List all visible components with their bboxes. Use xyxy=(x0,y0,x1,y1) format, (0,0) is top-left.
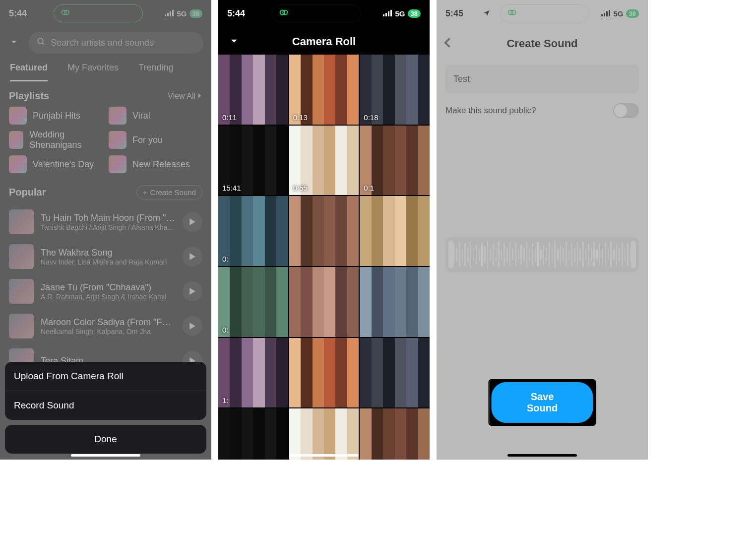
thumb-duration: 0:1 xyxy=(364,184,374,192)
camera-roll-thumb[interactable]: 0:18 xyxy=(360,55,430,125)
save-sound-button[interactable]: Save Sound xyxy=(492,382,593,423)
thumb-duration: 0:55 xyxy=(293,184,308,192)
thumb-duration: 0: xyxy=(222,255,229,263)
camera-roll-thumb[interactable]: 0:13 xyxy=(289,55,359,125)
thumb-duration: 0: xyxy=(222,326,229,334)
camera-roll-thumb[interactable]: 0: xyxy=(218,267,288,337)
camera-roll-thumb[interactable]: 0:11 xyxy=(218,55,288,125)
thumb-duration: 0:11 xyxy=(222,113,237,122)
upload-from-camera-roll[interactable]: Upload From Camera Roll xyxy=(5,362,206,391)
screen-sounds: 5:44 5G 38 Search artists and sounds xyxy=(0,0,211,460)
camera-roll-thumb[interactable] xyxy=(218,408,288,460)
screen-camera-roll: 5:44 5G 38 Camera Roll 0:110:130:1815:41… xyxy=(218,0,430,460)
status-bar: 5:44 5G 38 xyxy=(218,0,430,27)
status-time: 5:44 xyxy=(227,8,267,19)
done-button[interactable]: Done xyxy=(5,425,206,454)
save-highlight: Save Sound xyxy=(490,380,595,425)
camera-roll-header: Camera Roll xyxy=(218,27,430,55)
signal-icon xyxy=(383,9,393,18)
camera-roll-thumb[interactable] xyxy=(360,338,430,408)
svg-rect-11 xyxy=(385,13,387,16)
thumb-duration: 0:18 xyxy=(364,113,378,122)
camera-roll-thumb[interactable]: 0: xyxy=(218,196,288,266)
svg-rect-12 xyxy=(388,11,389,16)
thumb-duration: 0:13 xyxy=(293,113,308,122)
network-label: 5G xyxy=(395,9,405,18)
screen-create-sound: 5:45 5G 38 Create Sound Test xyxy=(437,0,648,460)
camera-roll-thumb[interactable] xyxy=(360,196,430,266)
camera-roll-thumb[interactable] xyxy=(289,408,359,460)
svg-rect-13 xyxy=(390,10,392,16)
record-sound[interactable]: Record Sound xyxy=(5,391,206,420)
svg-rect-10 xyxy=(383,14,384,16)
thumb-duration: 15:41 xyxy=(222,184,241,192)
home-indicator[interactable] xyxy=(289,454,359,457)
link-icon xyxy=(278,7,289,20)
home-indicator[interactable] xyxy=(71,454,140,457)
camera-roll-thumb[interactable] xyxy=(360,267,430,337)
camera-roll-thumb[interactable]: 15:41 xyxy=(218,126,288,196)
camera-roll-thumb[interactable] xyxy=(289,267,359,337)
camera-roll-thumb[interactable]: 0:55 xyxy=(289,126,359,196)
camera-roll-thumb[interactable]: 0:1 xyxy=(360,126,430,196)
camera-roll-thumb[interactable] xyxy=(289,196,359,266)
dynamic-island xyxy=(272,4,361,22)
camera-roll-thumb[interactable]: 1: xyxy=(218,338,288,408)
battery-badge: 38 xyxy=(408,9,421,18)
camera-roll-title: Camera Roll xyxy=(227,35,421,48)
action-sheet: Upload From Camera Roll Record Sound Don… xyxy=(5,362,206,454)
action-sheet-options: Upload From Camera Roll Record Sound xyxy=(5,362,206,420)
camera-roll-thumb[interactable] xyxy=(360,408,430,460)
status-right: 5G 38 xyxy=(383,9,421,18)
camera-roll-grid[interactable]: 0:110:130:1815:410:550:10:0:1: xyxy=(218,55,430,460)
thumb-duration: 1: xyxy=(222,396,229,404)
camera-roll-thumb[interactable] xyxy=(289,338,359,408)
home-indicator[interactable] xyxy=(507,454,577,457)
